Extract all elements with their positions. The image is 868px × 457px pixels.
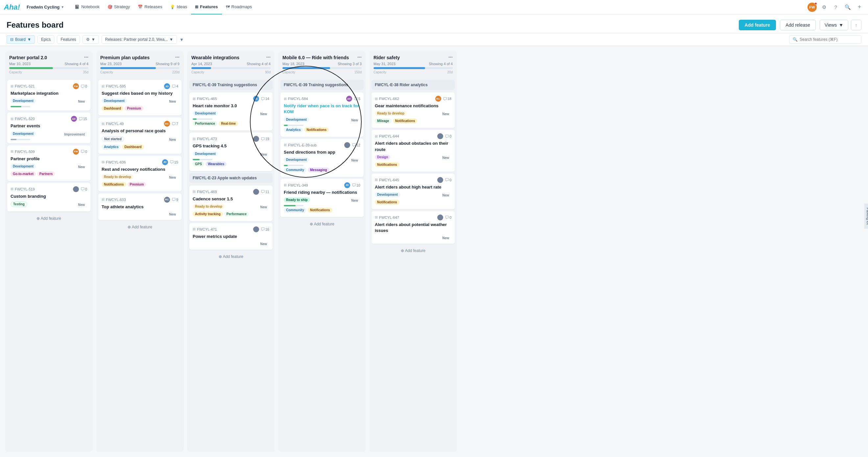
tag-tag-readyship: Ready to ship [284, 197, 310, 202]
card-status-row: Development New [193, 151, 269, 158]
column-progress-bg [282, 67, 362, 69]
column-title-text-col3: Wearable integrations [191, 55, 265, 60]
add-feature-btn-col2[interactable]: ⊕ Add feature [98, 222, 182, 232]
card-FWCYL-644[interactable]: ⊞ FWCYL-644 0 Alert riders about obstacl… [372, 130, 455, 171]
add-release-button[interactable]: Add release [780, 20, 816, 30]
card-FWCYL-471[interactable]: ⊞ FWCYL-471 16 Power metrics update New [189, 223, 273, 250]
card-status: New [167, 137, 178, 142]
card-FWCYL-636[interactable]: ⊞ FWCYL-636 JD 15 Rest and recovery noti… [98, 156, 182, 192]
column-more-button-col2[interactable]: ··· [174, 55, 180, 60]
nav-item-features[interactable]: ⊞ Features [191, 0, 222, 15]
card-id-label: ⊞ FWCYL-636 [102, 160, 126, 164]
nav-item-strategy[interactable]: 🎯 Strategy [103, 0, 134, 15]
card-status-row: Design New [375, 154, 452, 161]
add-feature-btn-col5[interactable]: ⊕ Add feature [372, 246, 455, 256]
card-dots-icon: ⊞ [10, 84, 13, 88]
search-box[interactable]: 🔍 [789, 35, 861, 44]
card-FWCYL-509[interactable]: ⊞ FWCYL-509 FW 0 Partner profile Develop… [7, 145, 90, 181]
card-FWCYL-E-39-sub[interactable]: ⊞ FWCYL-E-39-sub 12 Send directions from… [280, 139, 364, 177]
board-view-button[interactable]: ⊟ Board ▼ [7, 35, 35, 44]
help-icon[interactable]: ? [831, 3, 840, 12]
card-status-row: Development New [102, 98, 178, 105]
features-button[interactable]: Features [57, 35, 80, 44]
column-showing: Showing 3 of 3 [338, 62, 362, 66]
add-icon[interactable]: + [855, 3, 864, 12]
card-id-label: ⊞ FWCYL-471 [193, 227, 217, 231]
column-more-button-col3[interactable]: ··· [265, 55, 271, 60]
card-FWCYL-49[interactable]: ⊞ FWCYL-49 RC 7 Analysis of personal rac… [98, 117, 182, 154]
nav-item-roadmaps[interactable]: 🗺 Roadmaps [222, 0, 256, 15]
search-icon[interactable]: 🔍 [843, 3, 852, 12]
card-id-row: ⊞ FWCYL-465 JD 14 [193, 96, 269, 102]
card-FWCYL-647[interactable]: ⊞ FWCYL-647 0 Alert riders about potenti… [372, 211, 455, 244]
search-input[interactable] [800, 37, 852, 42]
card-FWCYL-645[interactable]: ⊞ FWCYL-645 0 Alert riders about high he… [372, 174, 455, 209]
card-id-label: ⊞ FWCYL-465 [193, 97, 217, 101]
column-header-col3: Wearable integrations ··· Apr 14, 2023 S… [187, 51, 275, 78]
app-logo[interactable]: Aha! [4, 3, 20, 11]
nav-item-releases[interactable]: 📅 Releases [134, 0, 166, 15]
parking-lot-tab[interactable]: Parking lot [864, 204, 868, 229]
card-FWCYL-595[interactable]: ⊞ FWCYL-595 JD 4 Suggest rides based on … [98, 80, 182, 115]
nav-item-ideas[interactable]: 💡 Ideas [166, 0, 191, 15]
column-col5: Rider safety ··· May 31, 2023 Showing 4 … [370, 51, 457, 452]
filter-icon[interactable]: ▼ [180, 37, 184, 42]
card-FWCYL-520[interactable]: ⊞ FWCYL-520 AK 15 Partner events Develop… [7, 113, 90, 143]
add-feature-button[interactable]: Add feature [739, 20, 776, 30]
comment-icon [81, 187, 85, 191]
card-FWCYL-584[interactable]: ⊞ FWCYL-584 AK 5 Notify rider when pace … [280, 92, 364, 137]
card-title-text: Friend riding nearby — notifications [284, 190, 360, 195]
releases-icon: 📅 [138, 5, 143, 9]
settings-icon[interactable]: ⚙ [819, 3, 829, 12]
extra-tag-tag-premium: Premium [128, 182, 146, 187]
column-more-button-col4[interactable]: ··· [356, 55, 362, 60]
extra-tag-tag-analytics: Analytics [284, 127, 303, 132]
card-extra-tags: AnalyticsNotifications [284, 127, 360, 132]
card-status-row: Development New [284, 117, 360, 123]
card-progress-bar [284, 205, 304, 206]
card-extra-tags: GPSWearables [193, 162, 269, 167]
epic-header-col5[interactable]: FWCYL-E-38 Rider analytics [372, 80, 455, 90]
card-meta-right: AK 15 [71, 116, 87, 122]
export-button[interactable]: ↑ [851, 20, 861, 30]
epic-header-col4[interactable]: FWCYL-E-39 Training suggestions [280, 80, 364, 90]
capacity-days: 150d [354, 70, 362, 74]
column-meta-col1: Mar 10, 2023 Showing 4 of 4 [9, 62, 88, 66]
views-button[interactable]: Views ▼ [820, 20, 848, 30]
card-meta-right: 16 [253, 226, 269, 232]
extra-tag-tag-activity: Activity tracking [193, 211, 223, 217]
column-more-button-col1[interactable]: ··· [83, 55, 88, 60]
card-id-row: ⊞ FWCYL-636 JD 15 [102, 159, 178, 165]
add-feature-btn-col4[interactable]: ⊕ Add feature [280, 219, 364, 229]
column-title-text-col4: Mobile 6.0 — Ride with friends [282, 55, 356, 60]
column-meta-col2: Mar 23, 2023 Showing 9 of 9 [100, 62, 180, 66]
card-FWCYL-521[interactable]: ⊞ FWCYL-521 FW 0 Marketplace integration… [7, 80, 90, 111]
settings-button[interactable]: ⚙ ▼ [83, 35, 99, 44]
card-status-row: Ready to ship New [284, 197, 360, 204]
epics-button[interactable]: Epics [37, 35, 54, 44]
workspace-selector[interactable]: Fredwin Cycling ▼ [24, 3, 67, 11]
card-FWCYL-473[interactable]: ⊞ FWCYL-473 19 GPS tracking 4.5 Developm… [189, 133, 273, 171]
nav-item-notebook[interactable]: 📓 Notebook [71, 0, 103, 15]
comment-icon [81, 85, 85, 88]
card-dots-icon: ⊞ [284, 183, 287, 187]
card-avatar [253, 136, 259, 142]
epic-header-training[interactable]: FWCYL-E-39 Training suggestions [189, 80, 273, 90]
tag-tag-development: Development [284, 157, 309, 162]
add-feature-btn-col1[interactable]: ⊕ Add feature [7, 213, 90, 223]
tag-tag-development: Development [10, 131, 36, 136]
extra-tag-tag-dashboard: Dashboard [102, 106, 123, 111]
card-FWCYL-662[interactable]: ⊞ FWCYL-662 RC 18 Gear maintenance notif… [372, 92, 455, 128]
add-feature-btn-col3[interactable]: ⊕ Add feature [189, 252, 273, 262]
card-FWCYL-349[interactable]: ⊞ FWCYL-349 JD 10 Friend riding nearby —… [280, 179, 364, 217]
card-comments: 0 [445, 216, 452, 220]
releases-filter[interactable]: Releases: Partner portal 2.0, Wea... ▼ [102, 35, 177, 44]
card-FWCYL-633[interactable]: ⊞ FWCYL-633 RC 9 Top athlete analytics N… [98, 194, 182, 220]
card-FWCYL-469[interactable]: ⊞ FWCYL-469 11 Cadence sensor 1.5 Ready … [189, 185, 273, 221]
epic-header-apple-watch[interactable]: FWCYL-E-23 Apple watch updates [189, 173, 273, 183]
column-more-button-col5[interactable]: ··· [447, 55, 453, 60]
column-date: Apr 14, 2023 [191, 62, 212, 66]
card-FWCYL-465[interactable]: ⊞ FWCYL-465 JD 14 Heart rate monitor 3.0… [189, 92, 273, 131]
card-FWCYL-519[interactable]: ⊞ FWCYL-519 0 Custom branding Testing Ne… [7, 183, 90, 211]
user-avatar[interactable]: FW [807, 3, 817, 12]
